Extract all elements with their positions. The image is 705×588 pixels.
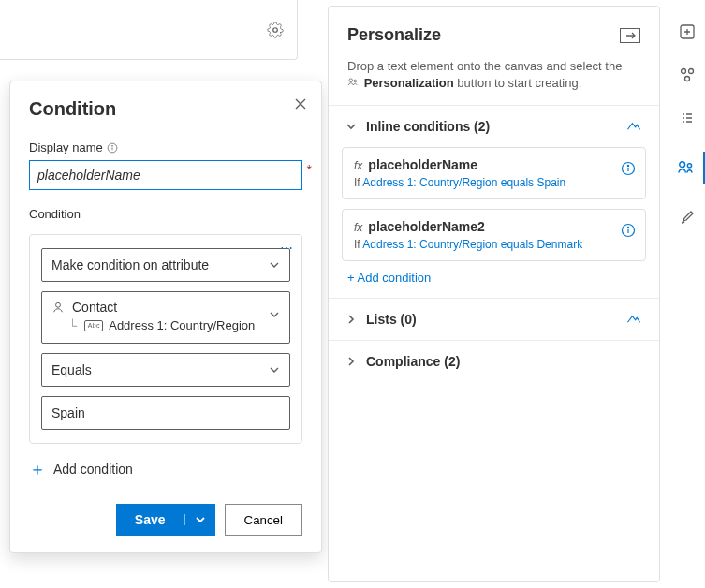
contact-icon bbox=[51, 301, 65, 314]
dialog-title: Condition bbox=[29, 98, 302, 120]
condition-label: Condition bbox=[29, 207, 302, 221]
list-tab-icon[interactable] bbox=[678, 109, 697, 127]
condition-card[interactable]: fxplaceholderName If Address 1: Country/… bbox=[342, 147, 646, 199]
svg-point-18 bbox=[687, 164, 691, 168]
svg-point-4 bbox=[56, 302, 61, 307]
value-input[interactable]: Spain bbox=[41, 396, 290, 430]
attribute-select[interactable]: Contact └ Abc Address 1: Country/Region bbox=[41, 291, 290, 344]
svg-point-6 bbox=[354, 80, 357, 82]
save-split-button[interactable] bbox=[184, 514, 215, 525]
text-field-icon: Abc bbox=[84, 320, 103, 331]
fx-icon: fx bbox=[354, 221, 362, 234]
svg-point-16 bbox=[684, 77, 689, 81]
section-lists: Lists (0) bbox=[329, 298, 659, 340]
svg-point-3 bbox=[111, 145, 112, 146]
chevron-down-icon bbox=[269, 364, 280, 375]
gear-icon[interactable] bbox=[267, 22, 284, 38]
collapse-panel-icon[interactable] bbox=[620, 28, 640, 43]
svg-point-12 bbox=[627, 228, 628, 228]
info-icon[interactable] bbox=[621, 223, 636, 238]
section-lists-header[interactable]: Lists (0) bbox=[329, 299, 659, 340]
section-inline-conditions: Inline conditions (2) fxplaceholderName … bbox=[329, 105, 659, 298]
display-name-label: Display name bbox=[29, 140, 302, 154]
right-rail bbox=[668, 0, 705, 588]
add-tab-icon[interactable] bbox=[678, 22, 697, 41]
display-name-input[interactable] bbox=[29, 160, 302, 190]
close-icon[interactable] bbox=[293, 96, 308, 111]
svg-point-9 bbox=[627, 166, 628, 167]
cancel-button[interactable]: Cancel bbox=[225, 504, 303, 536]
svg-point-0 bbox=[273, 27, 278, 32]
personalize-panel: Personalize Drop a text element onto the… bbox=[328, 6, 660, 582]
section-compliance: Compliance (2) bbox=[329, 340, 659, 382]
chevron-down-icon bbox=[345, 121, 359, 132]
operator-select[interactable]: Equals bbox=[41, 353, 290, 387]
svg-point-17 bbox=[680, 162, 685, 168]
condition-builder: ⋯ Make condition on attribute Contact └ … bbox=[29, 234, 302, 444]
svg-point-14 bbox=[681, 69, 685, 74]
fx-icon: fx bbox=[354, 159, 362, 172]
info-icon[interactable] bbox=[107, 142, 118, 154]
condition-type-select[interactable]: Make condition on attribute bbox=[41, 248, 290, 282]
plus-icon: ＋ bbox=[29, 461, 46, 478]
condition-card[interactable]: fxplaceholderName2 If Address 1: Country… bbox=[342, 209, 646, 261]
chevron-right-icon bbox=[345, 356, 359, 367]
section-compliance-header[interactable]: Compliance (2) bbox=[329, 341, 659, 382]
section-inline-header[interactable]: Inline conditions (2) bbox=[329, 106, 659, 147]
svg-point-15 bbox=[688, 69, 693, 74]
edit-icon[interactable] bbox=[625, 120, 642, 133]
brush-tab-icon[interactable] bbox=[678, 208, 697, 227]
condition-dialog: Condition Display name * Condition ⋯ Mak… bbox=[9, 81, 322, 553]
chevron-down-icon bbox=[269, 259, 280, 271]
add-condition-link[interactable]: + Add condition bbox=[342, 271, 646, 285]
edit-icon[interactable] bbox=[625, 313, 642, 326]
settings-tab-icon[interactable] bbox=[678, 66, 697, 84]
chevron-down-icon bbox=[269, 309, 280, 320]
panel-description: Drop a text element onto the canvas and … bbox=[329, 58, 659, 105]
info-icon[interactable] bbox=[621, 161, 636, 176]
svg-point-5 bbox=[349, 79, 353, 82]
add-condition-button[interactable]: ＋ Add condition bbox=[29, 461, 302, 478]
required-mark: * bbox=[307, 162, 312, 177]
canvas-toolbar bbox=[0, 0, 298, 60]
personalization-icon bbox=[347, 77, 359, 88]
panel-title: Personalize bbox=[347, 25, 441, 45]
save-button[interactable]: Save bbox=[116, 504, 215, 536]
chevron-right-icon bbox=[345, 314, 359, 325]
personalize-tab-icon[interactable] bbox=[668, 152, 706, 184]
